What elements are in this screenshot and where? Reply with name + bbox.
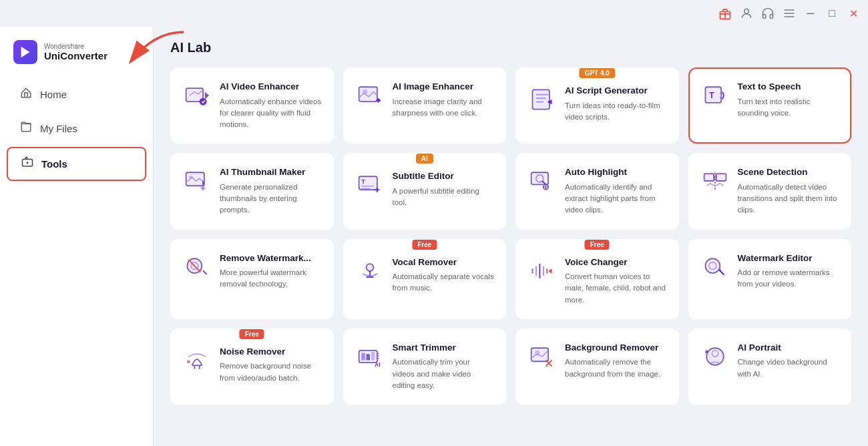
main-content: AI Lab AI Video Enhancer Automatically (154, 27, 868, 446)
ai-image-enhancer-info: AI Image Enhancer Increase image clarity… (393, 81, 495, 119)
voice-changer-name: Voice Changer (565, 256, 667, 268)
svg-rect-62 (531, 348, 548, 361)
smart-trimmer-info: Smart Trimmer Automatically trim your vi… (393, 342, 495, 391)
minimize-button[interactable]: ─ (803, 5, 819, 21)
badge-free-noise: Free (240, 329, 264, 339)
tool-card-remove-watermark[interactable]: Remove Watermark... More powerful waterm… (170, 239, 334, 319)
scene-detection-name: Scene Detection (738, 166, 840, 178)
svg-rect-21 (186, 173, 204, 186)
subtitle-editor-name: Subtitle Editor (393, 170, 495, 182)
ai-script-generator-name: AI Script Generator (565, 85, 667, 97)
noise-remover-icon (182, 346, 212, 375)
ai-video-enhancer-icon (182, 81, 212, 110)
voice-changer-icon (527, 256, 557, 286)
sidebar-tools-label: Tools (41, 158, 67, 170)
tool-card-ai-image-enhancer[interactable]: AI Image Enhancer Increase image clarity… (343, 67, 507, 144)
subtitle-editor-info: Subtitle Editor A powerful subtitle edit… (393, 170, 495, 208)
text-to-speech-desc: Turn text into realistic sounding voice. (738, 96, 840, 120)
home-icon (20, 87, 32, 102)
ai-script-generator-icon (527, 85, 557, 114)
close-button[interactable]: ✕ (845, 5, 861, 21)
tool-card-subtitle-editor[interactable]: AI T Subtitle Editor A powerful subtitle… (343, 153, 507, 229)
title-bar: ─ □ ✕ (0, 0, 868, 27)
scene-detection-desc: Automatically detect video transitions a… (738, 182, 840, 216)
tool-card-noise-remover[interactable]: Free Noise Remover Remove background noi (170, 328, 334, 405)
subtitle-editor-desc: A powerful subtitle editing tool. (393, 186, 495, 209)
ai-thumbnail-maker-info: AI Thumbnail Maker Generate personalized… (220, 166, 322, 216)
sidebar-item-home[interactable]: Home (7, 79, 146, 110)
noise-remover-info: Noise Remover Remove background noise fr… (220, 346, 322, 384)
sidebar-item-myfiles[interactable]: My Files (7, 113, 146, 144)
ai-video-enhancer-name: AI Video Enhancer (220, 81, 322, 93)
auto-highlight-icon (527, 166, 557, 196)
tool-card-scene-detection[interactable]: Scene Detection Automatically detect vid… (688, 153, 852, 229)
ai-thumbnail-maker-icon (182, 166, 212, 196)
auto-highlight-name: Auto Highlight (565, 166, 667, 178)
vocal-remover-name: Vocal Remover (393, 256, 495, 268)
logo-text: Wondershare UniConverter (44, 43, 107, 61)
ai-portrait-info: AI Portrait Change video background with… (738, 342, 840, 380)
background-remover-name: Background Remover (565, 342, 667, 354)
svg-marker-10 (205, 92, 209, 99)
ai-script-generator-desc: Turn ideas into ready-to-film video scri… (565, 100, 667, 124)
noise-remover-desc: Remove background noise from video/audio… (220, 361, 322, 384)
sidebar-item-tools[interactable]: Tools (7, 147, 146, 181)
voice-changer-desc: Convert human voices to male, female, ch… (565, 271, 667, 306)
watermark-editor-name: Watermark Editor (738, 252, 840, 264)
tool-card-auto-highlight[interactable]: Auto Highlight Automatically identify an… (515, 153, 679, 229)
menu-icon[interactable] (781, 5, 797, 21)
sidebar: Wondershare UniConverter Home My (0, 27, 154, 446)
logo-area: Wondershare UniConverter (0, 33, 153, 77)
remove-watermark-name: Remove Watermark... (220, 252, 322, 264)
tool-card-watermark-editor[interactable]: Watermark Editor Add or remove watermark… (688, 239, 852, 319)
remove-watermark-info: Remove Watermark... More powerful waterm… (220, 252, 322, 290)
svg-rect-14 (532, 89, 549, 109)
vocal-remover-info: Vocal Remover Automatically separate voc… (393, 256, 495, 294)
headphone-icon[interactable] (760, 5, 776, 21)
tool-card-background-remover[interactable]: Background Remover Automatically remove … (515, 328, 679, 405)
tool-card-smart-trimmer[interactable]: AI Smart Trimmer Automatically trim your… (343, 328, 507, 405)
tools-icon (21, 156, 33, 172)
svg-rect-58 (366, 354, 369, 360)
tool-card-vocal-remover[interactable]: Free Vocal Remover Automatically separat… (343, 239, 507, 319)
maximize-button[interactable]: □ (824, 5, 840, 21)
ai-video-enhancer-info: AI Video Enhancer Automatically enhance … (220, 81, 322, 130)
ai-image-enhancer-name: AI Image Enhancer (393, 81, 495, 93)
svg-text:T: T (361, 178, 365, 185)
svg-rect-36 (704, 174, 714, 181)
svg-line-43 (203, 270, 206, 274)
svg-rect-12 (359, 87, 377, 101)
vocal-remover-desc: Automatically separate vocals from music… (393, 271, 495, 294)
ai-video-enhancer-desc: Automatically enhance videos for clearer… (220, 96, 322, 131)
background-remover-info: Background Remover Automatically remove … (565, 342, 667, 380)
tool-card-text-to-speech[interactable]: T Text to Speech Turn text into realisti… (688, 67, 852, 144)
gift-icon[interactable] (717, 5, 733, 21)
badge-ai: AI (416, 154, 433, 164)
ai-thumbnail-maker-name: AI Thumbnail Maker (220, 166, 322, 178)
svg-point-11 (200, 98, 207, 105)
tool-card-ai-script-generator[interactable]: GPT 4.0 AI Script Generator Turn ideas i… (515, 67, 679, 144)
svg-marker-5 (21, 47, 30, 58)
scene-detection-info: Scene Detection Automatically detect vid… (738, 166, 840, 216)
badge-free-vocal: Free (412, 240, 437, 250)
tool-card-ai-thumbnail-maker[interactable]: AI Thumbnail Maker Generate personalized… (170, 153, 334, 229)
user-icon[interactable] (738, 5, 754, 21)
tools-grid: AI Video Enhancer Automatically enhance … (170, 67, 851, 405)
noise-remover-name: Noise Remover (220, 346, 322, 358)
vocal-remover-icon (355, 256, 385, 286)
app-body: Wondershare UniConverter Home My (0, 27, 868, 446)
sidebar-home-label: Home (40, 89, 67, 100)
background-remover-icon (527, 342, 557, 371)
tool-card-ai-video-enhancer[interactable]: AI Video Enhancer Automatically enhance … (170, 67, 334, 144)
ai-image-enhancer-desc: Increase image clarity and sharpness wit… (393, 96, 495, 120)
watermark-editor-icon (700, 252, 730, 282)
svg-rect-57 (361, 353, 365, 360)
tool-card-ai-portrait[interactable]: AI Portrait Change video background with… (688, 328, 852, 405)
ai-portrait-desc: Change video background with AI. (738, 357, 840, 380)
svg-text:AI: AI (375, 361, 380, 367)
text-to-speech-name: Text to Speech (738, 81, 840, 93)
smart-trimmer-desc: Automatically trim your videos and make … (393, 357, 495, 391)
tool-card-voice-changer[interactable]: Free Voice Changer Convert human voices … (515, 239, 679, 319)
auto-highlight-desc: Automatically identify and extract highl… (565, 182, 667, 216)
ai-portrait-name: AI Portrait (738, 342, 840, 354)
